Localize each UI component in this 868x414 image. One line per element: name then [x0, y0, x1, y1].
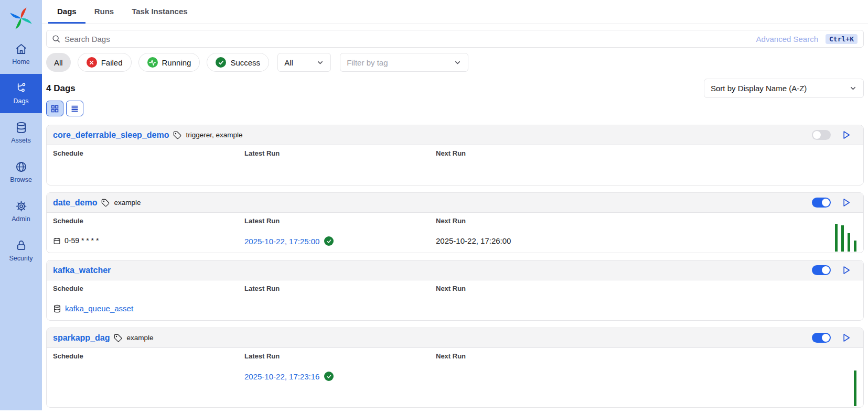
table-view-button[interactable]: [66, 101, 83, 116]
state-filter-label: Running: [162, 58, 191, 67]
schedule-cell: [53, 372, 244, 382]
sidebar-item-dags[interactable]: Dags: [0, 74, 42, 113]
run-bar[interactable]: [835, 224, 838, 252]
sidebar-item-browse[interactable]: Browse: [0, 152, 42, 192]
tag-icon: [101, 199, 110, 207]
dag-card-body: Schedule Latest Run Next Run: [47, 145, 863, 185]
search-input[interactable]: [46, 30, 864, 48]
trigger-dag-button[interactable]: [841, 129, 852, 140]
chevron-down-icon: [849, 84, 857, 92]
dag-tags: example: [114, 199, 141, 206]
tag-icon: [173, 131, 181, 139]
recent-runs-bars: [835, 224, 856, 252]
sidebar-item-label: Home: [12, 58, 29, 66]
sidebar: Home Dags Assets Browse Admin Security: [0, 0, 42, 410]
schedule-column-label: Schedule: [53, 217, 244, 225]
dag-pause-toggle[interactable]: [812, 198, 831, 208]
activity-circle-icon: [147, 57, 158, 68]
check-circle-icon: [216, 57, 226, 68]
success-check-icon: [324, 372, 334, 381]
sidebar-item-label: Assets: [11, 137, 31, 144]
asset-database-icon: [53, 304, 61, 313]
dag-pause-toggle[interactable]: [812, 265, 831, 275]
tab-task-instances[interactable]: Task Instances: [123, 0, 196, 24]
sort-select[interactable]: Sort by Display Name (A-Z): [704, 79, 864, 98]
column-values: kafka_queue_asset: [53, 304, 857, 315]
advanced-search-link[interactable]: Advanced Search: [756, 35, 818, 43]
run-bar[interactable]: [841, 225, 844, 252]
sidebar-item-label: Dags: [13, 97, 28, 105]
sort-value: Sort by Display Name (A-Z): [711, 84, 807, 93]
state-filter-failed[interactable]: Failed: [78, 53, 132, 72]
success-check-icon: [324, 236, 334, 246]
tabbar: DagsRunsTask Instances: [42, 0, 868, 24]
sidebar-item-assets[interactable]: Assets: [0, 113, 42, 152]
admin-icon: [15, 200, 27, 212]
trigger-dag-button[interactable]: [841, 332, 852, 343]
dags-icon: [15, 82, 27, 94]
dag-name-link[interactable]: date_demo: [53, 198, 97, 208]
dag-name-link[interactable]: kafka_watcher: [53, 266, 111, 275]
tag-filter-select[interactable]: Filter by tag: [340, 53, 468, 72]
play-icon: [841, 332, 852, 343]
toggle-knob: [813, 131, 821, 139]
sidebar-item-security[interactable]: Security: [0, 231, 42, 270]
sidebar-nav: Home Dags Assets Browse Admin Security: [0, 35, 42, 270]
latest-run-cell: 2025-10-22, 17:25:00: [244, 236, 436, 247]
column-values: 0-59 * * * * 2025-10-22, 17:25:00: [53, 236, 857, 247]
dag-card-controls: [812, 265, 857, 276]
run-bar[interactable]: [854, 241, 856, 252]
content: Advanced Search Ctrl+K All Failed Runnin…: [42, 30, 868, 408]
dag-tags: example: [126, 334, 153, 342]
latest-run-link[interactable]: 2025-10-22, 17:25:00: [244, 237, 319, 246]
card-view-button[interactable]: [46, 101, 63, 116]
sidebar-item-label: Browse: [10, 176, 32, 183]
state-filter-label: All: [54, 58, 63, 67]
dag-pause-toggle[interactable]: [812, 130, 831, 140]
toggle-knob: [822, 199, 830, 206]
list-header: 4 Dags Sort by Display Name (A-Z): [46, 79, 864, 98]
assets-icon: [15, 122, 27, 134]
sidebar-item-home[interactable]: Home: [0, 35, 42, 74]
latest-run-link[interactable]: 2025-10-22, 17:23:16: [244, 372, 319, 381]
dag-card-sparkapp_dag: sparkapp_dag example Schedule Latest Run…: [46, 328, 864, 408]
trigger-dag-button[interactable]: [841, 265, 852, 276]
schedule-column-label: Schedule: [53, 285, 244, 292]
tab-dags[interactable]: Dags: [48, 0, 85, 24]
dag-name-link[interactable]: core_deferrable_sleep_demo: [53, 130, 169, 140]
schedule-asset-link[interactable]: kafka_queue_asset: [65, 304, 133, 313]
sidebar-item-label: Admin: [12, 215, 30, 223]
run-bar[interactable]: [848, 233, 850, 252]
run-bar[interactable]: [854, 371, 856, 406]
list-icon: [70, 104, 79, 113]
column-labels: Schedule Latest Run Next Run: [53, 285, 857, 292]
tab-runs[interactable]: Runs: [85, 0, 123, 24]
airflow-logo[interactable]: [0, 0, 42, 35]
sidebar-item-admin[interactable]: Admin: [0, 192, 42, 231]
browse-icon: [15, 161, 27, 173]
latest-run-value: 2025-10-22, 17:23:16: [244, 372, 334, 381]
chevron-down-icon: [316, 59, 324, 67]
dag-name-link[interactable]: sparkapp_dag: [53, 333, 110, 343]
state-filter-success[interactable]: Success: [207, 53, 269, 72]
dag-pause-toggle[interactable]: [812, 333, 831, 343]
dag-card-body: Schedule Latest Run Next Run: [47, 280, 863, 320]
tag-icon: [114, 334, 122, 342]
calendar-icon: [53, 237, 61, 245]
play-icon: [841, 265, 852, 276]
state-filter-label: Failed: [101, 58, 123, 67]
search-icon: [51, 34, 61, 43]
column-labels: Schedule Latest Run Next Run: [53, 149, 857, 157]
trigger-dag-button[interactable]: [841, 197, 852, 208]
state-filter-all[interactable]: All: [46, 53, 71, 72]
next-run-column-label: Next Run: [436, 285, 857, 292]
paused-filter-value: All: [284, 58, 293, 67]
state-filter-running[interactable]: Running: [138, 53, 200, 72]
airflow-pinwheel-logo: [9, 6, 33, 30]
next-run-cell: [436, 372, 857, 382]
latest-run-value: 2025-10-22, 17:25:00: [244, 236, 334, 246]
play-icon: [841, 197, 852, 208]
paused-filter-select[interactable]: All: [277, 53, 331, 72]
state-pills: All Failed Running Success: [46, 53, 276, 72]
latest-run-column-label: Latest Run: [244, 285, 436, 292]
